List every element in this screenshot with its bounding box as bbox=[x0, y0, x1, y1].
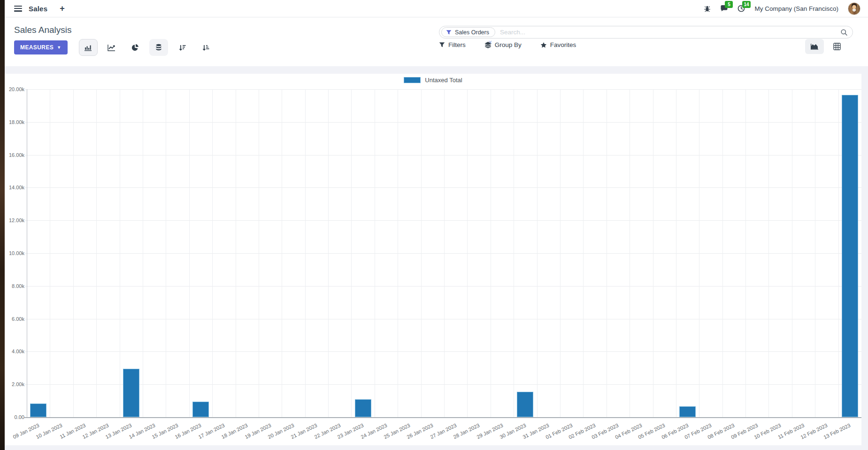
gridline-vertical bbox=[815, 89, 815, 417]
favorites-menu[interactable]: Favorites bbox=[540, 41, 576, 48]
bar[interactable] bbox=[679, 406, 696, 417]
gridline-vertical bbox=[421, 89, 422, 417]
gridline-vertical bbox=[236, 89, 236, 417]
control-panel: Sales Analysis Sales Orders Search... × … bbox=[5, 17, 868, 66]
gridline-vertical bbox=[768, 89, 769, 417]
filter-funnel-icon bbox=[439, 42, 445, 48]
messages-menu[interactable]: 5 bbox=[720, 5, 728, 12]
gridline-vertical bbox=[630, 89, 630, 417]
pie-chart-button[interactable] bbox=[126, 39, 145, 56]
gridline-vertical bbox=[560, 89, 561, 417]
gridline-vertical bbox=[189, 89, 190, 417]
gridline-vertical bbox=[583, 89, 584, 417]
gridline-vertical bbox=[166, 89, 166, 417]
gridline-vertical bbox=[398, 89, 398, 417]
star-icon bbox=[540, 42, 547, 48]
pivot-view-button[interactable] bbox=[828, 39, 846, 54]
search-input[interactable]: Search... bbox=[500, 29, 840, 36]
y-axis-tick-label: 20.00k bbox=[5, 86, 24, 92]
gridline-vertical bbox=[375, 89, 375, 417]
bar[interactable] bbox=[355, 399, 371, 417]
panel-separator bbox=[5, 66, 868, 74]
gridline-vertical bbox=[653, 89, 653, 417]
graph-view-button[interactable] bbox=[805, 39, 824, 54]
horizontal-scrollbar-track[interactable] bbox=[5, 445, 868, 450]
user-avatar[interactable] bbox=[848, 2, 860, 15]
y-axis-tick-label: 18.00k bbox=[5, 119, 24, 125]
pivot-table-icon bbox=[833, 43, 841, 50]
gridline-vertical bbox=[305, 89, 306, 417]
gridline-vertical bbox=[838, 89, 839, 417]
bar[interactable] bbox=[30, 403, 46, 417]
gridline-vertical bbox=[73, 89, 74, 417]
gridline-horizontal bbox=[24, 286, 861, 287]
top-navbar: Sales + 5 14 My Company (San Francisco) bbox=[5, 0, 868, 17]
bar[interactable] bbox=[192, 402, 209, 417]
gridline-vertical bbox=[444, 89, 445, 417]
y-axis-tick-label: 14.00k bbox=[5, 185, 24, 190]
gridline-horizontal bbox=[24, 253, 861, 254]
gridline-horizontal bbox=[24, 89, 861, 90]
stacked-toggle-button[interactable] bbox=[149, 39, 168, 56]
sort-desc-button[interactable] bbox=[173, 39, 192, 56]
gridline-vertical bbox=[467, 89, 468, 417]
app-menu-sales[interactable]: Sales bbox=[29, 5, 47, 13]
gridline-vertical bbox=[212, 89, 213, 417]
pie-chart-icon bbox=[131, 44, 139, 51]
area-chart-icon bbox=[810, 43, 819, 50]
group-by-menu[interactable]: Group By bbox=[484, 41, 522, 48]
gridline-vertical bbox=[607, 89, 607, 417]
search-facet-sales-orders[interactable]: Sales Orders bbox=[441, 27, 495, 37]
gridline-vertical bbox=[722, 89, 723, 417]
company-switcher[interactable]: My Company (San Francisco) bbox=[754, 5, 838, 12]
sales-analysis-chart: Untaxed Total 20.00k18.00k16.00k14.00k12… bbox=[5, 74, 861, 445]
measures-button[interactable]: MEASURES ▼ bbox=[14, 40, 68, 54]
gridline-vertical bbox=[699, 89, 699, 417]
line-chart-icon bbox=[108, 44, 115, 51]
gridline-vertical bbox=[745, 89, 746, 417]
filters-menu[interactable]: Filters bbox=[439, 41, 466, 48]
bar[interactable] bbox=[123, 369, 139, 417]
gridline-vertical bbox=[537, 89, 538, 417]
debug-bug-icon[interactable] bbox=[704, 5, 711, 12]
gridline-horizontal bbox=[24, 384, 861, 385]
line-chart-button[interactable] bbox=[102, 39, 121, 56]
y-axis-tick-label: 4.00k bbox=[5, 349, 24, 354]
sort-asc-button[interactable] bbox=[196, 39, 215, 56]
database-stack-icon bbox=[155, 44, 162, 51]
legend-label: Untaxed Total bbox=[425, 77, 462, 84]
bar-chart-icon bbox=[84, 44, 92, 51]
y-axis-tick-label: 16.00k bbox=[5, 152, 24, 158]
gridline-vertical bbox=[282, 89, 282, 417]
gridline-vertical bbox=[351, 89, 352, 417]
gridline-vertical bbox=[328, 89, 329, 417]
bar[interactable] bbox=[517, 392, 533, 417]
messages-count-badge: 5 bbox=[725, 1, 733, 8]
gridline-horizontal bbox=[24, 122, 861, 123]
vertical-scrollbar-track[interactable] bbox=[861, 74, 868, 450]
gridline-horizontal bbox=[24, 319, 861, 319]
sort-amount-desc-icon bbox=[178, 44, 186, 51]
gridline-vertical bbox=[792, 89, 792, 417]
gridline-horizontal bbox=[24, 220, 861, 221]
search-icon[interactable] bbox=[840, 29, 848, 36]
bar-chart-button[interactable] bbox=[79, 39, 98, 56]
x-axis-line bbox=[24, 417, 861, 418]
search-bar[interactable]: Sales Orders Search... bbox=[439, 26, 853, 39]
y-axis-tick-label: 6.00k bbox=[5, 316, 24, 322]
gridline-vertical bbox=[491, 89, 491, 417]
y-axis-tick-label: 0.00 bbox=[5, 414, 24, 420]
screen: Sales + 5 14 My Company (San Francisco) bbox=[0, 0, 868, 450]
apps-menu-icon[interactable] bbox=[14, 6, 22, 12]
bar[interactable] bbox=[842, 95, 858, 417]
gridline-vertical bbox=[676, 89, 676, 417]
desktop-background-strip bbox=[0, 0, 5, 450]
layers-icon bbox=[484, 41, 492, 48]
gridline-vertical bbox=[259, 89, 259, 417]
new-tab-button[interactable]: + bbox=[60, 4, 65, 14]
legend-swatch-untaxed-total bbox=[404, 77, 421, 83]
chart-legend[interactable]: Untaxed Total bbox=[5, 77, 861, 84]
y-axis-tick-label: 10.00k bbox=[5, 250, 24, 256]
activities-menu[interactable]: 14 bbox=[737, 5, 745, 12]
gridline-vertical bbox=[514, 89, 514, 417]
